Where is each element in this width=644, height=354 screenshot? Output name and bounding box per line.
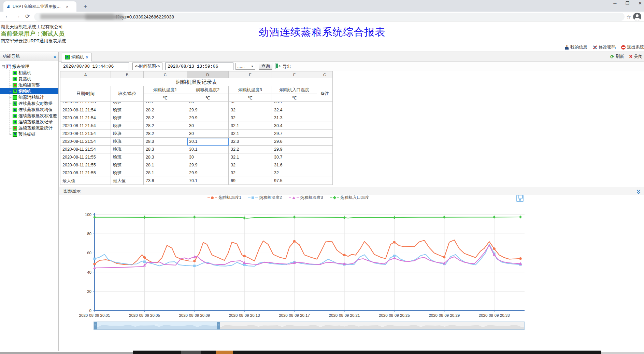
- cell-r6c6[interactable]: [317, 153, 333, 161]
- cell-r8c5[interactable]: 32: [272, 169, 317, 177]
- cell-r7c3[interactable]: 29.9: [187, 161, 229, 169]
- legend-item-焖粮机温度1[interactable]: 焖粮机温度1: [207, 195, 241, 201]
- cell-r4c2[interactable]: 28.3: [144, 138, 187, 146]
- cell-r4c5[interactable]: 29.6: [272, 138, 317, 146]
- cell-r1c4[interactable]: 32: [229, 114, 272, 122]
- cell-r4c1[interactable]: 晚班: [111, 138, 144, 146]
- cell-r3c0[interactable]: 2020-08-11 21:54: [60, 130, 111, 138]
- change-password-link[interactable]: 修改密码: [593, 44, 616, 50]
- selection-fill-handle[interactable]: [227, 144, 229, 146]
- cell-r4c3[interactable]: 30.1: [187, 138, 229, 146]
- sidebar-item-焖粮机[interactable]: B焖粮机: [0, 88, 58, 94]
- cell-r2c1[interactable]: 晚班: [111, 122, 144, 130]
- sidebar-item-连续蒸粮实时数据[interactable]: R连续蒸粮实时数据: [0, 100, 58, 107]
- cell-r3c6[interactable]: [317, 130, 333, 138]
- cell-r7c1[interactable]: 晚班: [111, 161, 144, 169]
- cell-r1c1[interactable]: 晚班: [111, 114, 144, 122]
- max-cell-c1[interactable]: 最大值: [111, 177, 144, 185]
- cell-partial[interactable]: 晚班: [111, 102, 144, 106]
- column-letter-E[interactable]: E: [229, 71, 272, 78]
- sidebar-item-泡粮罐前部[interactable]: 泡粮罐前部: [0, 82, 58, 88]
- cell-r0c3[interactable]: 29.9: [187, 106, 229, 114]
- start-time-input[interactable]: [61, 63, 129, 70]
- cell-r7c2[interactable]: 28.1: [144, 161, 187, 169]
- cell-r1c2[interactable]: 28.2: [144, 114, 187, 122]
- cell-r2c6[interactable]: [317, 122, 333, 130]
- cell-r3c4[interactable]: 32.1: [229, 130, 272, 138]
- excel-export-icon[interactable]: [275, 63, 281, 69]
- col-header-date[interactable]: 日期/时间: [60, 86, 111, 102]
- window-maximize-button[interactable]: ❐: [625, 1, 629, 6]
- sidebar-item-连续蒸粮流量统计[interactable]: 连续蒸粮流量统计: [0, 125, 58, 131]
- cell-r5c5[interactable]: 29.9: [272, 146, 317, 153]
- cell-r1c3[interactable]: 29.9: [187, 114, 229, 122]
- cell-r5c1[interactable]: 晚班: [111, 146, 144, 153]
- sidebar-item-初蒸机[interactable]: B初蒸机: [0, 70, 58, 76]
- slider-selected-window[interactable]: [97, 322, 217, 329]
- tree-expand-icon[interactable]: [2, 65, 5, 68]
- end-time-input[interactable]: [165, 63, 233, 70]
- column-letter-C[interactable]: C: [144, 71, 187, 78]
- browser-profile-avatar[interactable]: [633, 13, 641, 21]
- tab-close-icon[interactable]: ×: [66, 4, 69, 9]
- legend-item-焖粮机温度2[interactable]: 焖粮机温度2: [248, 195, 282, 201]
- max-cell-c0[interactable]: 最大值: [60, 177, 111, 185]
- cell-r7c0[interactable]: 2020-08-11 21:55: [60, 161, 111, 169]
- cell-partial[interactable]: 30: [187, 102, 229, 106]
- export-button[interactable]: 导出: [283, 64, 291, 70]
- cell-r6c0[interactable]: 2020-08-11 21:55: [60, 153, 111, 161]
- column-letter-D[interactable]: D: [187, 71, 229, 78]
- cell-r8c3[interactable]: 29.9: [187, 169, 229, 177]
- cell-r6c1[interactable]: 晚班: [111, 153, 144, 161]
- sidebar-item-连续蒸粮批次标准差[interactable]: B连续蒸粮批次标准差: [0, 113, 58, 119]
- column-letter-F[interactable]: F: [272, 71, 317, 78]
- cell-r7c4[interactable]: 32: [229, 161, 272, 169]
- cell-partial[interactable]: 2020-08-11 21:53: [60, 102, 111, 106]
- legend-item-焖粮机温度3[interactable]: 焖粮机温度3: [289, 195, 323, 201]
- cell-r5c4[interactable]: 32.2: [229, 146, 272, 153]
- cell-partial[interactable]: 33.1: [272, 102, 317, 106]
- cell-r2c0[interactable]: 2020-08-11 21:54: [60, 122, 111, 130]
- filter-select[interactable]: …… ▼: [235, 63, 255, 70]
- column-letter-A[interactable]: A: [60, 71, 111, 78]
- max-cell-c6[interactable]: [317, 177, 333, 185]
- sidebar-item-能源消耗统计[interactable]: 能源消耗统计: [0, 94, 58, 100]
- cell-r2c3[interactable]: 30: [187, 122, 229, 130]
- sidebar-collapse-icon[interactable]: «: [54, 54, 56, 59]
- cell-r0c1[interactable]: 晚班: [111, 106, 144, 114]
- logout-link[interactable]: 退出系统: [621, 44, 644, 50]
- cell-r8c4[interactable]: 32: [229, 169, 272, 177]
- slider-right-handle[interactable]: [217, 322, 220, 329]
- close-all-button[interactable]: ✖关闭全部: [629, 54, 643, 59]
- collapse-chevron-icon[interactable]: [636, 189, 641, 193]
- cell-r2c5[interactable]: 30.4: [272, 122, 317, 130]
- sidebar-item-连续蒸粮批次记录[interactable]: B连续蒸粮批次记录: [0, 119, 58, 125]
- reload-icon[interactable]: ⟳: [25, 13, 30, 19]
- cell-r3c2[interactable]: 28.2: [144, 130, 187, 138]
- back-icon[interactable]: ←: [5, 13, 10, 19]
- col-header-temp2[interactable]: 焖粮机温度2: [187, 86, 229, 94]
- cell-r0c2[interactable]: 28.2: [144, 106, 187, 114]
- cell-r3c5[interactable]: 29.7: [272, 130, 317, 138]
- legend-item-焖粮机入口温度[interactable]: 焖粮机入口温度: [330, 195, 369, 201]
- sidebar-item-预热板链[interactable]: B预热板链: [0, 131, 58, 137]
- cell-r0c6[interactable]: [317, 106, 333, 114]
- save-chart-icon[interactable]: [516, 195, 524, 202]
- bookmark-star-icon[interactable]: ☆: [627, 14, 631, 20]
- slider-left-handle[interactable]: [94, 322, 97, 329]
- max-cell-c4[interactable]: 69: [229, 177, 272, 185]
- cell-r4c6[interactable]: [317, 138, 333, 146]
- cell-r3c3[interactable]: 30: [187, 130, 229, 138]
- cell-r6c4[interactable]: 32.1: [229, 153, 272, 161]
- cell-partial[interactable]: 28.2: [144, 102, 187, 106]
- browser-tab[interactable]: URPT免编程工业通用报表系统 ×: [3, 1, 76, 12]
- cell-r7c6[interactable]: [317, 161, 333, 169]
- cell-r4c0[interactable]: 2020-08-11 21:54: [60, 138, 111, 146]
- cell-r6c3[interactable]: 30: [187, 153, 229, 161]
- document-tab-close-icon[interactable]: ×: [86, 55, 88, 60]
- cell-partial[interactable]: 32: [229, 102, 272, 106]
- cell-r5c6[interactable]: [317, 146, 333, 153]
- cell-r5c3[interactable]: 30.1: [187, 146, 229, 153]
- max-cell-c3[interactable]: 70.1: [187, 177, 229, 185]
- col-header-remark[interactable]: 备注: [317, 86, 333, 102]
